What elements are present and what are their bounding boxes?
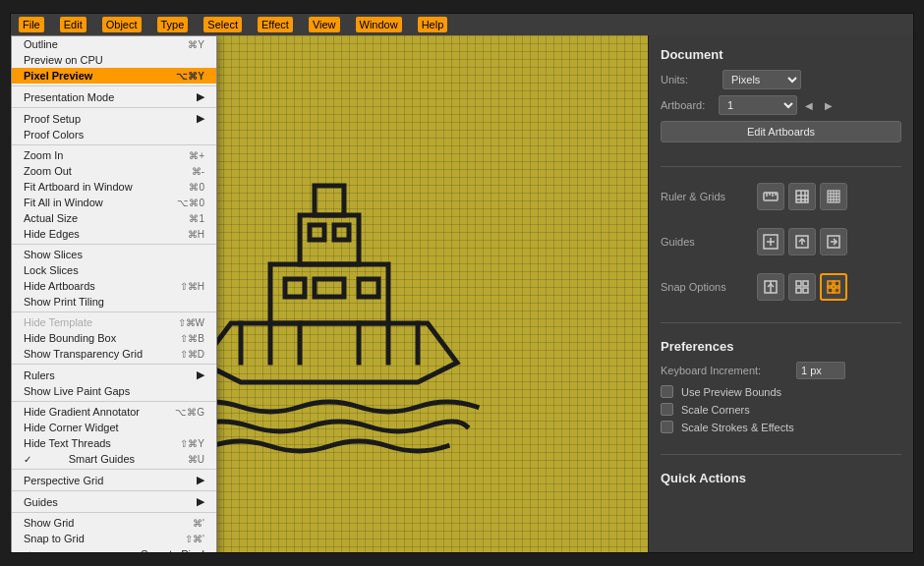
menu-divider-2: [12, 107, 216, 108]
artboard-label: Artboard:: [661, 99, 715, 111]
keyboard-increment-input[interactable]: [796, 362, 845, 379]
guides-delete-icon-btn[interactable]: [820, 228, 847, 255]
ruler-grids-section: Ruler & Grids: [661, 183, 901, 216]
document-section: Document Units: Pixels Artboard: 1 ◀ ▶ E…: [661, 47, 901, 150]
menu-item-actual-size[interactable]: Actual Size ⌘1: [12, 210, 216, 226]
menu-item-zoom-out[interactable]: Zoom Out ⌘-: [12, 163, 216, 179]
menu-help[interactable]: Help: [418, 17, 448, 32]
edit-artboards-button[interactable]: Edit Artboards: [661, 121, 901, 142]
right-panel: Document Units: Pixels Artboard: 1 ◀ ▶ E…: [648, 35, 913, 552]
quick-actions-section: Quick Actions: [661, 471, 901, 493]
menu-divider-1: [12, 85, 216, 86]
menu-item-smart-guides[interactable]: Smart Guides ⌘U: [12, 451, 216, 467]
menu-item-snap-to-pixel[interactable]: Snap to Pixel: [12, 546, 216, 552]
menu-item-preview-cpu[interactable]: Preview on CPU: [12, 52, 216, 68]
quick-actions-title: Quick Actions: [661, 471, 901, 485]
menu-item-presentation[interactable]: Presentation Mode ▶: [12, 88, 216, 105]
snap-options-row: Snap Options: [661, 273, 901, 301]
svg-rect-46: [828, 288, 833, 293]
artboard-next-arrow[interactable]: ▶: [821, 97, 837, 113]
scale-corners-label: Scale Corners: [681, 404, 750, 416]
units-row: Units: Pixels: [661, 70, 901, 89]
menu-divider-8: [12, 469, 216, 470]
menu-item-rulers[interactable]: Rulers ▶: [12, 367, 216, 383]
menu-item-hide-gradient-annotator[interactable]: Hide Gradient Annotator ⌥⌘G: [12, 404, 216, 420]
scale-strokes-label: Scale Strokes & Effects: [681, 422, 794, 433]
svg-rect-47: [835, 288, 839, 293]
menu-item-hide-template[interactable]: Hide Template ⇧⌘W: [12, 314, 216, 330]
crosshatch-icon-btn[interactable]: [820, 183, 847, 210]
menu-divider-9: [12, 490, 216, 491]
menu-item-zoom-in[interactable]: Zoom In ⌘+: [12, 147, 216, 163]
guides-add-icon-btn[interactable]: [757, 228, 784, 255]
document-title: Document: [661, 47, 901, 62]
use-preview-bounds-label: Use Preview Bounds: [681, 386, 781, 398]
menu-item-proof-colors[interactable]: Proof Colors: [12, 127, 216, 142]
artboard-select[interactable]: 1: [719, 95, 797, 115]
menu-item-fit-artboard[interactable]: Fit Artboard in Window ⌘0: [12, 179, 216, 195]
menu-view[interactable]: View: [309, 17, 340, 32]
snap-icon-btn-1[interactable]: [757, 273, 784, 301]
menu-item-hide-text-threads[interactable]: Hide Text Threads ⇧⌘Y: [12, 435, 216, 451]
menu-divider-6: [12, 364, 216, 365]
menu-item-hide-artboards[interactable]: Hide Artboards ⇧⌘H: [12, 278, 216, 294]
menu-item-hide-corner-widget[interactable]: Hide Corner Widget: [12, 420, 216, 435]
divider-1: [661, 166, 901, 167]
app-window: File Edit Object Type Select Effect View…: [10, 13, 914, 553]
snap-options-label: Snap Options: [661, 281, 749, 293]
svg-rect-43: [803, 288, 808, 293]
keyboard-increment-row: Keyboard Increment:: [661, 362, 901, 379]
menu-window[interactable]: Window: [356, 17, 402, 32]
menu-item-fit-all[interactable]: Fit All in Window ⌥⌘0: [12, 195, 216, 210]
preferences-section: Preferences Keyboard Increment: Use Prev…: [661, 339, 901, 438]
artboard-prev-arrow[interactable]: ◀: [801, 97, 817, 113]
guides-lock-icon-btn[interactable]: [788, 228, 816, 255]
menu-item-show-print-tiling[interactable]: Show Print Tiling: [12, 294, 216, 310]
preferences-title: Preferences: [661, 339, 901, 354]
menu-type[interactable]: Type: [157, 17, 189, 32]
use-preview-bounds-checkbox[interactable]: [661, 385, 673, 398]
menu-item-proof-setup[interactable]: Proof Setup ▶: [12, 110, 216, 127]
units-select[interactable]: Pixels: [722, 70, 801, 89]
svg-rect-6: [310, 225, 324, 240]
svg-rect-40: [796, 281, 801, 286]
menu-edit[interactable]: Edit: [60, 17, 87, 32]
main-content: Outline ⌘Y Preview on CPU Pixel Preview …: [11, 35, 913, 552]
menu-item-snap-to-grid[interactable]: Snap to Grid ⇧⌘': [12, 531, 216, 546]
svg-rect-45: [835, 281, 839, 286]
ruler-grids-icons: [757, 183, 847, 210]
menu-divider-10: [12, 512, 216, 513]
guides-label: Guides: [661, 236, 749, 248]
units-label: Units:: [661, 74, 715, 85]
snap-options-icons: [757, 273, 847, 301]
menu-item-show-grid[interactable]: Show Grid ⌘': [12, 515, 216, 531]
keyboard-increment-label: Keyboard Increment:: [661, 365, 788, 376]
menu-item-hide-edges[interactable]: Hide Edges ⌘H: [12, 226, 216, 242]
menu-item-outline[interactable]: Outline ⌘Y: [12, 36, 216, 52]
scale-corners-checkbox[interactable]: [661, 403, 673, 416]
menu-item-guides[interactable]: Guides ▶: [12, 493, 216, 510]
snap-icon-btn-2[interactable]: [788, 273, 816, 301]
scale-corners-row: Scale Corners: [661, 403, 901, 416]
menu-item-pixel-preview[interactable]: Pixel Preview ⌥⌘Y: [12, 68, 216, 84]
menu-item-show-live-paint-gaps[interactable]: Show Live Paint Gaps: [12, 383, 216, 399]
menu-effect[interactable]: Effect: [258, 17, 293, 32]
scale-strokes-checkbox[interactable]: [661, 421, 673, 433]
menu-object[interactable]: Object: [102, 17, 142, 32]
grid-icon-btn[interactable]: [788, 183, 816, 210]
menu-item-hide-bounding-box[interactable]: Hide Bounding Box ⇧⌘B: [12, 330, 216, 346]
menu-item-show-slices[interactable]: Show Slices: [12, 247, 216, 262]
ruler-icon-btn[interactable]: [757, 183, 784, 210]
svg-rect-3: [285, 279, 305, 297]
snap-pixel-icon-btn[interactable]: [820, 273, 847, 301]
menu-item-show-transparency-grid[interactable]: Show Transparency Grid ⇧⌘D: [12, 346, 216, 362]
menu-item-lock-slices[interactable]: Lock Slices: [12, 262, 216, 278]
svg-rect-42: [796, 288, 801, 293]
guides-section: Guides: [661, 228, 901, 261]
svg-rect-5: [359, 279, 378, 297]
svg-rect-4: [315, 279, 344, 297]
menu-file[interactable]: File: [19, 17, 44, 32]
menu-item-perspective-grid[interactable]: Perspective Grid ▶: [12, 472, 216, 488]
menu-select[interactable]: Select: [203, 17, 242, 32]
svg-rect-2: [315, 186, 344, 215]
